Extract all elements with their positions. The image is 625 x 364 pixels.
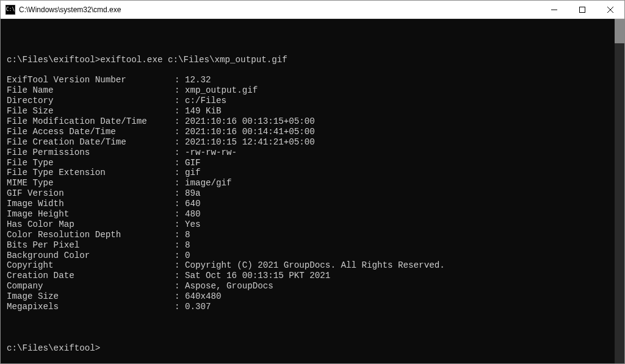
output-label: File Name <box>7 85 175 96</box>
output-value: 8 <box>185 240 190 251</box>
output-value: xmp_output.gif <box>185 85 258 96</box>
output-separator: : <box>175 199 185 209</box>
svg-rect-1 <box>580 7 585 12</box>
output-value: 640 <box>185 199 201 209</box>
output-row: Creation Date: Sat Oct 16 00:13:15 PKT 2… <box>7 271 609 281</box>
output-label: Copyright <box>7 260 175 271</box>
output-separator: : <box>175 127 185 137</box>
prompt: c:\Files\exiftool> <box>7 343 100 354</box>
output-row: File Type: GIF <box>7 158 609 168</box>
output-label: File Modification Date/Time <box>7 116 175 127</box>
output-label: Bits Per Pixel <box>7 240 175 251</box>
output-separator: : <box>175 116 185 127</box>
output-label: File Size <box>7 106 175 116</box>
output-value: 0 <box>185 251 190 261</box>
output-label: Directory <box>7 96 175 106</box>
output-separator: : <box>175 209 185 219</box>
output-separator: : <box>175 137 185 148</box>
output-label: GIF Version <box>7 188 175 199</box>
output-row: Image Width: 640 <box>7 199 609 209</box>
output-separator: : <box>175 230 185 240</box>
output-separator: : <box>175 271 185 281</box>
output-separator: : <box>175 291 185 302</box>
output-label: MIME Type <box>7 178 175 188</box>
output-separator: : <box>175 75 185 85</box>
terminal-area: c:\Files\exiftool>exiftool.exe c:\Files\… <box>1 19 624 363</box>
output-label: Creation Date <box>7 271 175 281</box>
output-separator: : <box>175 260 185 271</box>
output-label: Image Height <box>7 209 175 219</box>
output-label: Image Width <box>7 199 175 209</box>
output-separator: : <box>175 178 185 188</box>
output-value: GIF <box>185 158 201 168</box>
output-label: Image Size <box>7 291 175 302</box>
output-value: image/gif <box>185 178 232 188</box>
output-label: Has Color Map <box>7 219 175 230</box>
output-value: 640x480 <box>185 291 222 302</box>
terminal-output[interactable]: c:\Files\exiftool>exiftool.exe c:\Files\… <box>1 19 615 363</box>
output-label: File Access Date/Time <box>7 127 175 137</box>
output-row: File Name: xmp_output.gif <box>7 85 609 96</box>
output-row: Copyright: Copyright (C) 2021 GroupDocs.… <box>7 260 609 271</box>
output-label: Company <box>7 281 175 291</box>
output-value: 2021:10:16 00:13:15+05:00 <box>185 116 315 127</box>
maximize-button[interactable] <box>568 1 596 18</box>
output-row: File Size: 149 KiB <box>7 106 609 116</box>
maximize-icon <box>579 7 585 13</box>
cmd-window: C:\ C:\Windows\system32\cmd.exe c:\Files… <box>0 0 625 364</box>
output-value: Copyright (C) 2021 GroupDocs. All Rights… <box>185 260 445 271</box>
output-label: File Type <box>7 158 175 168</box>
output-value: c:/Files <box>185 96 226 106</box>
output-row: MIME Type: image/gif <box>7 178 609 188</box>
vertical-scrollbar[interactable] <box>615 19 624 363</box>
output-separator: : <box>175 219 185 230</box>
close-button[interactable] <box>596 1 624 18</box>
output-value: 0.307 <box>185 302 211 312</box>
output-separator: : <box>175 240 185 251</box>
output-row: File Permissions: -rw-rw-rw- <box>7 148 609 158</box>
output-separator: : <box>175 281 185 291</box>
prompt: c:\Files\exiftool> <box>7 55 100 65</box>
output-value: 12.32 <box>185 75 211 85</box>
output-label: Megapixels <box>7 302 175 312</box>
output-row: File Modification Date/Time: 2021:10:16 … <box>7 116 609 127</box>
blank-line <box>7 323 609 333</box>
scrollbar-thumb[interactable] <box>615 19 624 43</box>
output-separator: : <box>175 188 185 199</box>
output-separator: : <box>175 85 185 96</box>
command-line: c:\Files\exiftool>exiftool.exe c:\Files\… <box>7 55 609 65</box>
window-controls <box>540 1 624 18</box>
window-title: C:\Windows\system32\cmd.exe <box>19 5 540 14</box>
output-separator: : <box>175 251 185 261</box>
output-label: Background Color <box>7 251 175 261</box>
output-value: 149 KiB <box>185 106 222 116</box>
output-row: ExifTool Version Number: 12.32 <box>7 75 609 85</box>
output-value: Yes <box>185 219 201 230</box>
output-label: Color Resolution Depth <box>7 230 175 240</box>
output-value: 2021:10:16 00:14:41+05:00 <box>185 127 315 137</box>
minimize-button[interactable] <box>540 1 568 18</box>
output-separator: : <box>175 148 185 158</box>
output-value: 8 <box>185 230 190 240</box>
output-separator: : <box>175 96 185 106</box>
titlebar[interactable]: C:\ C:\Windows\system32\cmd.exe <box>1 1 624 19</box>
output-value: Aspose, GroupDocs <box>185 281 273 291</box>
output-label: File Type Extension <box>7 168 175 178</box>
final-prompt-line: c:\Files\exiftool> <box>7 343 609 354</box>
output-separator: : <box>175 168 185 178</box>
output-row: Background Color: 0 <box>7 251 609 261</box>
output-row: File Access Date/Time: 2021:10:16 00:14:… <box>7 127 609 137</box>
app-icon: C:\ <box>5 5 15 15</box>
output-row: GIF Version: 89a <box>7 188 609 199</box>
blank-line <box>7 34 609 45</box>
output-value: gif <box>185 168 201 178</box>
output-value: Sat Oct 16 00:13:15 PKT 2021 <box>185 271 330 281</box>
output-row: File Type Extension: gif <box>7 168 609 178</box>
output-value: 89a <box>185 188 201 199</box>
output-label: ExifTool Version Number <box>7 75 175 85</box>
output-row: Directory: c:/Files <box>7 96 609 106</box>
minimize-icon <box>551 7 557 13</box>
output-row: File Creation Date/Time: 2021:10:15 12:4… <box>7 137 609 148</box>
output-value: -rw-rw-rw- <box>185 148 237 158</box>
output-separator: : <box>175 158 185 168</box>
